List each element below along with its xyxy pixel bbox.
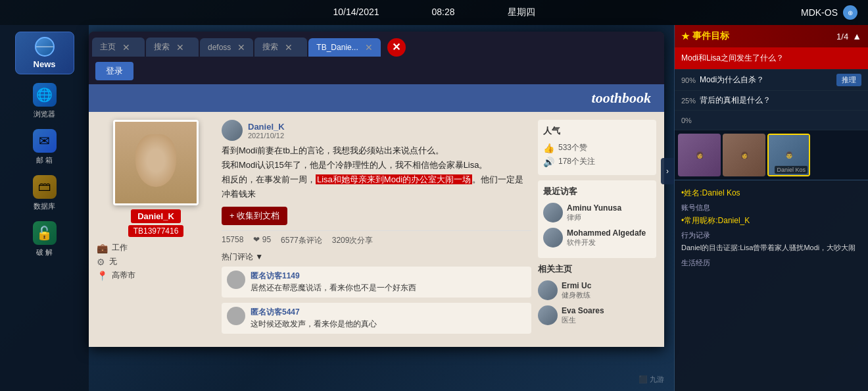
topbar-date: 10/14/2021	[333, 7, 379, 18]
tab-defoss[interactable]: defoss ✕	[200, 38, 253, 57]
comment-2-body: 匿名访客5447 这时候还敢发声，看来你是他的真心	[251, 307, 526, 330]
topbar-center: 10/14/2021 08:28 星期四	[333, 7, 535, 18]
pop-follows-row: 🔊 178个关注	[543, 156, 651, 167]
hack-icon: 🔓	[33, 221, 57, 245]
comment-1-author: 匿名访客1149	[251, 271, 526, 282]
popularity-title: 人气	[543, 125, 651, 137]
mdk-os-icon: ⊕	[843, 5, 857, 20]
post-text: 看到Modi前妻在tb上的言论，我想我必须站出来说点什么。 我和Modi认识15…	[222, 143, 531, 201]
browser-icon: 🌐	[33, 83, 57, 107]
speaker-icon: 🔊	[543, 157, 554, 167]
address-bar: 登录	[89, 59, 664, 84]
hack-label: 破 解	[36, 248, 53, 257]
tab-home-label: 主页	[100, 41, 116, 53]
char-nickname-label: •常用昵称:Daniel_K	[681, 216, 750, 225]
related-1-job: 健身教练	[562, 290, 591, 300]
visitor-1-job: 律师	[567, 213, 621, 222]
collect-button[interactable]: + 收集到文档	[222, 207, 287, 225]
char-1-portrait: 👩	[678, 134, 721, 176]
event-item-1[interactable]: Modi和Lisa之间发生了什么？	[675, 47, 868, 70]
topbar: 10/14/2021 08:28 星期四 MDK-OS ⊕	[0, 0, 868, 25]
tab-tb-daniel-close[interactable]: ✕	[365, 42, 373, 53]
tab-home-close[interactable]: ✕	[122, 42, 130, 53]
life-section: 生活经历	[681, 258, 861, 268]
event-item-3[interactable]: 25% 背后的真相是什么？	[675, 91, 868, 111]
sidebar-item-browser[interactable]: 🌐 浏览器	[15, 81, 74, 120]
sidebar-item-hack[interactable]: 🔓 破 解	[15, 219, 74, 259]
tab-tb-daniel-label: TB_Danie...	[316, 43, 358, 52]
no-icon: ⚙	[97, 257, 105, 267]
tab-search1[interactable]: 搜索 ✕	[146, 38, 199, 57]
post-main: Daniel_K 2021/10/12 看到Modi前妻在tb上的言论，我想我必…	[222, 120, 531, 339]
event-item-4[interactable]: 0%	[675, 111, 868, 130]
visitor-2-info: Mohammed Algedafe 软件开发	[567, 228, 646, 248]
char-card-3[interactable]: 👨 Daniel Kos	[767, 134, 810, 176]
browser-window: 主页 ✕ 搜索 ✕ defoss ✕ 搜索 ✕ TB_Danie... ✕ ✕	[89, 32, 664, 347]
visitor-2-job: 软件开发	[567, 238, 646, 248]
event-item-1-text: Modi和Lisa之间发生了什么？	[681, 53, 861, 64]
event-item-2-text: Modi为什么自杀？	[700, 74, 836, 86]
comment-1: 匿名访客1149 居然还在帮恶魔说话，看来你也不是一个好东西	[222, 267, 531, 298]
tab-defoss-label: defoss	[208, 43, 231, 52]
globe-icon	[35, 37, 55, 57]
event-title: ★ 事件目标	[681, 30, 729, 42]
tab-search2-close[interactable]: ✕	[285, 42, 293, 53]
post-author-avatar	[222, 120, 243, 141]
char-card-1[interactable]: 👩	[678, 134, 721, 176]
expand-button[interactable]: ▲	[852, 31, 861, 41]
profile-city: 高蒂市	[112, 270, 135, 281]
sidebar-item-mail[interactable]: ✉ 邮 箱	[15, 127, 74, 167]
mail-icon: ✉	[33, 129, 57, 153]
popularity-section: 人气 👍 533个赞 🔊 178个关注	[538, 120, 656, 175]
tab-bar: 主页 ✕ 搜索 ✕ defoss ✕ 搜索 ✕ TB_Danie... ✕ ✕	[89, 32, 664, 59]
comment-1-text: 居然还在帮恶魔说话，看来你也不是一个好东西	[251, 282, 526, 294]
char-2-portrait: 👩	[723, 134, 765, 176]
post-likes-count: ❤ 95	[253, 235, 271, 246]
event-2-badge[interactable]: 推理	[836, 74, 861, 86]
mail-label: 邮 箱	[36, 155, 53, 165]
visitor-1: Aminu Yunusa 律师	[543, 203, 651, 222]
tab-search2[interactable]: 搜索 ✕	[254, 38, 307, 57]
post-comments-count: 6577条评论	[281, 235, 322, 246]
tab-search1-close[interactable]: ✕	[176, 42, 184, 53]
db-icon: 🗃	[33, 175, 57, 199]
login-button[interactable]: 登录	[95, 62, 133, 80]
visitor-1-avatar	[543, 203, 563, 222]
tab-search1-label: 搜索	[154, 41, 170, 53]
watermark: ⬛ 九游	[639, 375, 664, 384]
tab-home[interactable]: 主页 ✕	[92, 38, 145, 57]
profile-avatar	[113, 120, 199, 205]
event-item-2[interactable]: 90% Modi为什么自杀？ 推理	[675, 70, 868, 91]
char-name-label: •姓名:Daniel Kos	[681, 188, 740, 197]
post-views: 15758	[222, 235, 243, 246]
toothbook-header: toothbook	[89, 84, 664, 112]
side-panel-toggle[interactable]: ›	[661, 158, 674, 184]
tab-tb-daniel[interactable]: TB_Danie... ✕	[308, 38, 380, 57]
char-witness-text: Daniel的目击证据:Lisa曾带着家人骚扰Modi，大吵大闹	[681, 242, 861, 254]
tab-search2-label: 搜索	[262, 41, 278, 53]
toothbook-logo: toothbook	[592, 90, 651, 107]
post-area: Daniel_K TB13977416 💼 工作 ⚙ 无 📍	[89, 112, 664, 347]
profile-no: 无	[109, 256, 117, 267]
related-2-name: Eva Soares	[562, 306, 604, 315]
sidebar-item-news[interactable]: News	[15, 32, 74, 74]
comment-label[interactable]: 热门评论 ▼	[222, 251, 531, 263]
sidebar-item-db[interactable]: 🗃 数据库	[15, 173, 74, 213]
username-badge: Daniel_K	[131, 209, 181, 223]
profile-info: 💼 工作 ⚙ 无 📍 高蒂市	[97, 242, 215, 284]
visitor-1-info: Aminu Yunusa 律师	[567, 203, 621, 222]
profile-work: 工作	[112, 242, 128, 253]
char-card-2[interactable]: 👩	[723, 134, 765, 176]
related-2-avatar	[538, 305, 558, 325]
post-date: 2021/10/12	[248, 132, 285, 140]
related-2-job: 医生	[562, 315, 604, 325]
topbar-right: MDK-OS ⊕	[801, 5, 857, 20]
work-icon: 💼	[97, 243, 108, 253]
profile-work-row: 💼 工作	[97, 242, 215, 253]
related-1-avatar	[538, 280, 558, 300]
browser-label: 浏览器	[34, 109, 55, 119]
close-all-button[interactable]: ✕	[387, 38, 406, 57]
recent-visitors-title: 最近访客	[543, 186, 651, 197]
tab-defoss-close[interactable]: ✕	[237, 42, 245, 53]
sidebar: News 🌐 浏览器 ✉ 邮 箱 🗃 数据库 🔓 破 解	[0, 25, 89, 391]
